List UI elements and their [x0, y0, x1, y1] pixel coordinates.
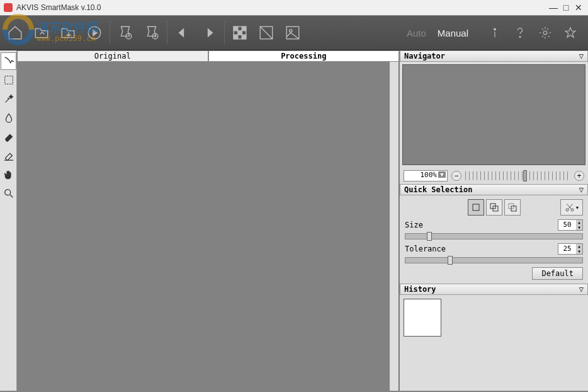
navigator-preview[interactable] [402, 64, 585, 165]
hand-tool[interactable] [1, 166, 16, 183]
svg-point-13 [519, 37, 521, 38]
tolerance-input[interactable]: 25▲▼ [558, 243, 583, 255]
tab-original[interactable]: Original [17, 50, 208, 62]
tab-manual[interactable]: Manual [438, 28, 468, 38]
zoom-slider[interactable] [465, 171, 570, 180]
save-preset-button[interactable] [142, 23, 162, 43]
svg-point-14 [543, 31, 547, 35]
tab-auto[interactable]: Auto [407, 28, 426, 38]
collapse-icon[interactable]: ▽ [579, 52, 584, 61]
quick-selection-tool[interactable] [1, 52, 16, 70]
help-button[interactable] [512, 25, 528, 40]
app-logo-icon [4, 3, 13, 12]
svg-rect-8 [242, 35, 246, 39]
quick-selection-title: Quick Selection [404, 185, 472, 194]
tool-palette [0, 50, 17, 391]
svg-point-11 [290, 30, 292, 32]
favorite-button[interactable] [563, 25, 578, 40]
eraser-tool[interactable] [1, 128, 16, 146]
history-snapshot[interactable] [404, 299, 441, 337]
size-label: Size [405, 221, 558, 229]
history-title: History [404, 285, 436, 294]
svg-point-16 [4, 190, 10, 195]
save-button[interactable] [58, 23, 78, 43]
svg-rect-4 [234, 26, 238, 31]
svg-rect-6 [238, 31, 242, 35]
close-button[interactable]: ✕ [573, 2, 584, 13]
collapse-icon[interactable]: ▽ [579, 285, 584, 294]
cut-button[interactable]: ▾ [560, 199, 583, 216]
blur-tool[interactable] [1, 109, 16, 127]
minimize-button[interactable]: — [548, 2, 559, 13]
svg-rect-17 [473, 204, 479, 210]
svg-point-22 [566, 209, 568, 211]
titlebar: AKVIS SmartMask v.10.0 — □ ✕ [0, 0, 588, 16]
zoom-tool[interactable] [1, 185, 16, 202]
maximize-button[interactable]: □ [560, 2, 572, 13]
undo-button[interactable] [172, 23, 193, 43]
selection-tool[interactable] [1, 71, 16, 89]
load-preset-button[interactable] [115, 23, 135, 43]
magic-brush-tool[interactable] [1, 90, 16, 108]
svg-point-23 [571, 209, 574, 211]
main-toolbar: Auto Manual [0, 16, 588, 50]
navigator-title: Navigator [404, 52, 445, 61]
settings-button[interactable] [538, 25, 553, 40]
info-button[interactable] [487, 25, 502, 40]
default-button[interactable]: Default [532, 267, 583, 280]
history-header[interactable]: History ▽ [400, 284, 588, 295]
tolerance-slider[interactable] [405, 257, 583, 263]
svg-rect-5 [242, 26, 246, 31]
collapse-icon[interactable]: ▽ [579, 185, 584, 194]
svg-point-12 [494, 28, 496, 30]
vertical-scrollbar[interactable] [390, 62, 399, 391]
window-title: AKVIS SmartMask v.10.0 [16, 3, 548, 12]
size-input[interactable]: 50▲▼ [558, 219, 583, 231]
canvas[interactable] [17, 62, 399, 391]
svg-rect-7 [234, 35, 238, 39]
svg-rect-15 [4, 76, 13, 84]
run-button[interactable] [84, 23, 105, 43]
tolerance-label: Tolerance [405, 245, 558, 253]
add-selection-button[interactable] [486, 199, 502, 216]
right-panel: Navigator ▽ 100% − + Quick Selection ▽ ▾… [399, 50, 588, 391]
home-button[interactable] [5, 23, 25, 43]
quick-selection-header[interactable]: Quick Selection ▽ [400, 184, 588, 195]
new-selection-button[interactable] [468, 199, 484, 216]
zoom-out-button[interactable]: − [451, 171, 461, 181]
navigator-header[interactable]: Navigator ▽ [400, 50, 588, 62]
desaturation-tool[interactable] [1, 147, 16, 164]
custom-bg-button[interactable] [283, 23, 303, 43]
size-slider[interactable] [405, 233, 583, 239]
subtract-selection-button[interactable] [504, 199, 521, 216]
zoom-level-select[interactable]: 100% [404, 170, 448, 182]
checker-bg-button[interactable] [230, 23, 250, 43]
open-button[interactable] [31, 23, 52, 43]
tab-processing[interactable]: Processing [208, 50, 400, 62]
redo-button[interactable] [199, 23, 219, 43]
color-bg-button[interactable] [256, 23, 276, 43]
zoom-in-button[interactable]: + [574, 171, 584, 181]
